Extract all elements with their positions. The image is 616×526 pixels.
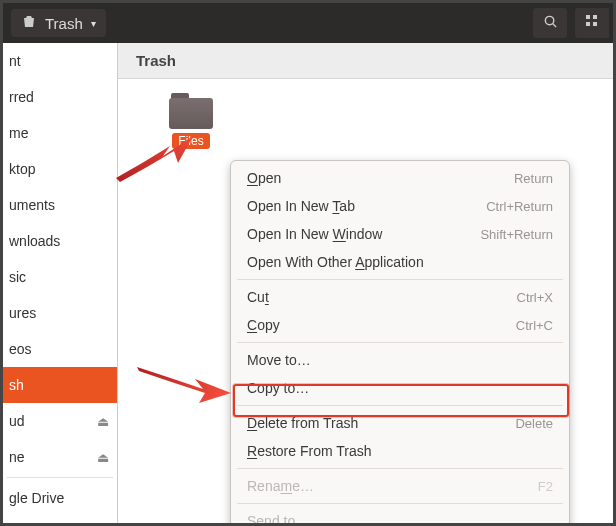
path-button[interactable]: Trash ▾	[11, 9, 106, 37]
sidebar-label: ures	[9, 305, 36, 321]
sidebar-item-cloud[interactable]: ud⏏	[3, 403, 117, 439]
sidebar: nt rred me ktop uments wnloads sic ures …	[3, 43, 118, 523]
titlebar: Trash ▾	[3, 3, 613, 43]
sidebar-item-phone[interactable]: ne⏏	[3, 439, 117, 475]
sidebar-item-music[interactable]: sic	[3, 259, 117, 295]
eject-icon[interactable]: ⏏	[97, 414, 109, 429]
sidebar-item-documents[interactable]: uments	[3, 187, 117, 223]
sidebar-label: ktop	[9, 161, 35, 177]
sidebar-label: gle Drive	[9, 490, 64, 506]
menu-delete-from-trash[interactable]: Delete from TrashDelete	[231, 409, 569, 437]
menu-open[interactable]: OpenReturn	[231, 164, 569, 192]
sidebar-item-videos[interactable]: eos	[3, 331, 117, 367]
sidebar-label: ud	[9, 413, 25, 429]
search-icon	[543, 14, 558, 33]
folder-icon	[169, 93, 213, 129]
sidebar-divider	[7, 477, 113, 478]
svg-line-1	[552, 23, 555, 26]
sidebar-label: me	[9, 125, 28, 141]
menu-move-to[interactable]: Move to…	[231, 346, 569, 374]
svg-rect-4	[586, 22, 590, 26]
sidebar-label: sh	[9, 377, 24, 393]
svg-point-0	[545, 16, 553, 24]
sidebar-label: uments	[9, 197, 55, 213]
sidebar-item-trash[interactable]: sh	[3, 367, 117, 403]
sidebar-label: eos	[9, 341, 32, 357]
sidebar-item-pictures[interactable]: ures	[3, 295, 117, 331]
pathbar: Trash	[118, 43, 613, 79]
folder-item[interactable]: Files	[163, 93, 219, 149]
search-button[interactable]	[533, 8, 567, 38]
menu-separator	[237, 342, 563, 343]
sidebar-item-starred[interactable]: rred	[3, 79, 117, 115]
menu-restore-from-trash[interactable]: Restore From Trash	[231, 437, 569, 465]
menu-send-to: Send to…	[231, 507, 569, 526]
menu-open-window[interactable]: Open In New WindowShift+Return	[231, 220, 569, 248]
svg-rect-5	[593, 22, 597, 26]
sidebar-label: wnloads	[9, 233, 60, 249]
sidebar-label: rred	[9, 89, 34, 105]
menu-separator	[237, 468, 563, 469]
menu-separator	[237, 503, 563, 504]
window-title: Trash	[45, 15, 83, 32]
chevron-down-icon: ▾	[91, 18, 96, 29]
sidebar-item-home[interactable]: me	[3, 115, 117, 151]
sidebar-item-gdrive[interactable]: gle Drive	[3, 480, 117, 516]
sidebar-item-recent[interactable]: nt	[3, 43, 117, 79]
menu-open-tab[interactable]: Open In New TabCtrl+Return	[231, 192, 569, 220]
menu-open-other[interactable]: Open With Other Application	[231, 248, 569, 276]
eject-icon[interactable]: ⏏	[97, 450, 109, 465]
svg-rect-3	[593, 15, 597, 19]
menu-separator	[237, 279, 563, 280]
sidebar-label: sic	[9, 269, 26, 285]
menu-cut[interactable]: CutCtrl+X	[231, 283, 569, 311]
context-menu: OpenReturn Open In New TabCtrl+Return Op…	[230, 160, 570, 526]
trash-icon	[21, 13, 37, 33]
menu-copy[interactable]: CopyCtrl+C	[231, 311, 569, 339]
grid-icon	[585, 14, 599, 32]
location-label: Trash	[136, 52, 176, 69]
sidebar-item-downloads[interactable]: wnloads	[3, 223, 117, 259]
svg-rect-2	[586, 15, 590, 19]
menu-rename: Rename…F2	[231, 472, 569, 500]
folder-label: Files	[172, 133, 209, 149]
menu-separator	[237, 405, 563, 406]
sidebar-label: nt	[9, 53, 21, 69]
sidebar-item-desktop[interactable]: ktop	[3, 151, 117, 187]
grid-view-button[interactable]	[575, 8, 609, 38]
menu-copy-to[interactable]: Copy to…	[231, 374, 569, 402]
sidebar-label: ne	[9, 449, 25, 465]
file-area[interactable]: Files	[118, 79, 613, 115]
